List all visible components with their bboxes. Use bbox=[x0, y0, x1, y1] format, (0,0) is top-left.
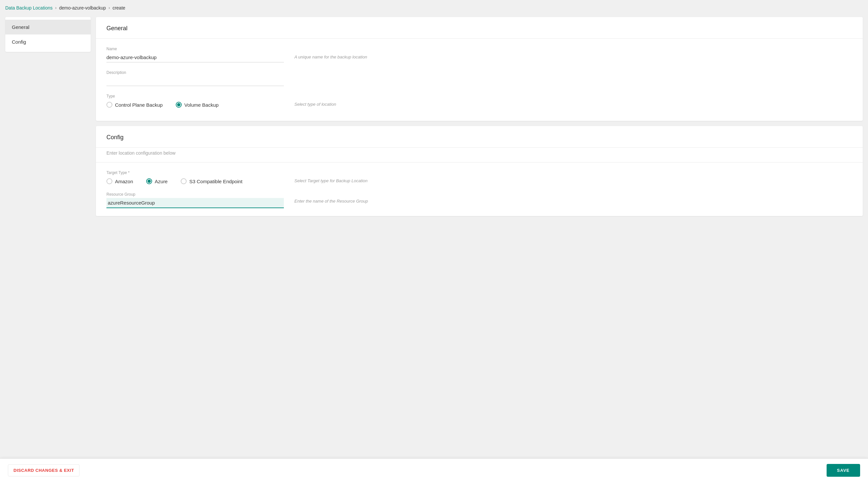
name-field: Name bbox=[106, 46, 284, 62]
description-label: Description bbox=[106, 70, 284, 75]
save-button[interactable]: SAVE bbox=[827, 464, 860, 477]
type-hint: Select type of location bbox=[294, 94, 380, 107]
name-label: Name bbox=[106, 46, 284, 51]
general-section: General Name A unique name for the backu… bbox=[96, 17, 863, 121]
target-type-label: Target Type * bbox=[106, 170, 284, 175]
config-subtitle: Enter location configuration below bbox=[96, 148, 863, 162]
target-type-row: Target Type * Amazon Azure bbox=[106, 170, 852, 184]
config-section: Config Enter location configuration belo… bbox=[96, 126, 863, 216]
breadcrumb-link[interactable]: Data Backup Locations bbox=[5, 5, 53, 10]
config-title: Config bbox=[96, 126, 863, 148]
target-radio-amazon[interactable] bbox=[106, 178, 112, 184]
type-radio-group: Control Plane Backup Volume Backup bbox=[106, 102, 284, 108]
target-type-hint: Select Target type for Backup Location bbox=[294, 170, 380, 183]
target-option-amazon-label: Amazon bbox=[115, 179, 133, 184]
footer-bar: DISCARD CHANGES & EXIT SAVE bbox=[0, 458, 868, 482]
target-type-field: Target Type * Amazon Azure bbox=[106, 170, 284, 184]
resource-group-input[interactable] bbox=[106, 198, 284, 208]
target-option-azure-label: Azure bbox=[155, 179, 167, 184]
general-title: General bbox=[96, 17, 863, 39]
target-type-section: Target Type * Amazon Azure bbox=[96, 162, 863, 216]
name-input[interactable] bbox=[106, 53, 284, 62]
discard-button[interactable]: DISCARD CHANGES & EXIT bbox=[8, 464, 80, 476]
target-option-amazon[interactable]: Amazon bbox=[106, 178, 133, 184]
type-label: Type bbox=[106, 94, 284, 98]
sidebar: General Config bbox=[5, 17, 91, 52]
type-option-control-plane[interactable]: Control Plane Backup bbox=[106, 102, 163, 108]
target-radio-s3[interactable] bbox=[181, 178, 187, 184]
breadcrumb-sep2: › bbox=[108, 6, 110, 10]
description-row: Description bbox=[106, 70, 852, 86]
sidebar-item-general[interactable]: General bbox=[5, 20, 91, 34]
description-input[interactable] bbox=[106, 76, 284, 86]
resource-group-field: Resource Group bbox=[106, 192, 284, 208]
resource-group-label: Resource Group bbox=[106, 192, 284, 197]
breadcrumb: Data Backup Locations › demo-azure-volba… bbox=[5, 5, 863, 10]
breadcrumb-sep1: › bbox=[55, 6, 57, 10]
target-option-s3-label: S3 Compatible Endpoint bbox=[189, 179, 243, 184]
type-row: Type Control Plane Backup Volume Backup bbox=[106, 94, 852, 108]
resource-group-hint: Enter the name of the Resource Group bbox=[294, 192, 380, 203]
type-radio-control-plane[interactable] bbox=[106, 102, 112, 108]
name-hint: A unique name for the backup location bbox=[294, 46, 380, 59]
content-area: General Name A unique name for the backu… bbox=[96, 17, 863, 456]
target-radio-group: Amazon Azure S3 Compatible Endpoint bbox=[106, 178, 284, 184]
target-option-s3[interactable]: S3 Compatible Endpoint bbox=[181, 178, 243, 184]
name-row: Name A unique name for the backup locati… bbox=[106, 46, 852, 62]
type-option-volume-backup-label: Volume Backup bbox=[184, 102, 218, 108]
breadcrumb-segment1: demo-azure-volbackup bbox=[59, 5, 106, 10]
description-field: Description bbox=[106, 70, 284, 86]
breadcrumb-segment2: create bbox=[112, 5, 125, 10]
description-hint bbox=[294, 70, 380, 78]
sidebar-item-config[interactable]: Config bbox=[5, 34, 91, 49]
type-option-volume-backup[interactable]: Volume Backup bbox=[176, 102, 218, 108]
type-option-control-plane-label: Control Plane Backup bbox=[115, 102, 163, 108]
target-radio-azure[interactable] bbox=[146, 178, 152, 184]
type-radio-volume-backup[interactable] bbox=[176, 102, 182, 108]
type-field: Type Control Plane Backup Volume Backup bbox=[106, 94, 284, 108]
target-option-azure[interactable]: Azure bbox=[146, 178, 167, 184]
